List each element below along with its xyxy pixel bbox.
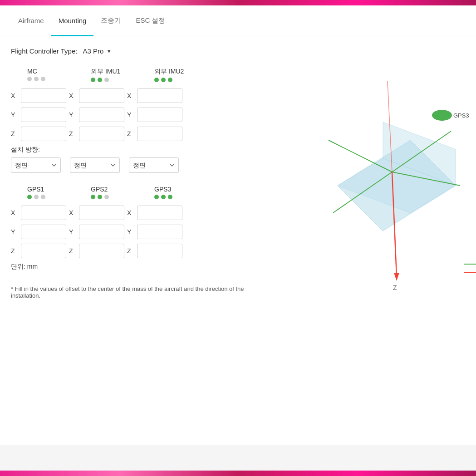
imu2-dot-3 bbox=[168, 78, 172, 82]
gps2-z-input[interactable]: -135 bbox=[79, 244, 124, 258]
fc-value: A3 Pro bbox=[83, 47, 103, 55]
gps3-x-input[interactable]: 135 bbox=[137, 206, 182, 220]
gps1-name: GPS1 bbox=[27, 186, 91, 193]
gps3-header: GPS3 bbox=[154, 186, 218, 204]
legend-green: 녹색 bbox=[464, 260, 476, 268]
gy-label-2: Y bbox=[69, 228, 76, 236]
legend-red-line bbox=[464, 272, 476, 273]
imu2-direction-select[interactable]: 정면 후면 좌면 우면 bbox=[129, 157, 179, 173]
legend-green-line bbox=[464, 264, 476, 265]
fc-label: Flight Controller Type: bbox=[11, 47, 77, 55]
y-label-2: Y bbox=[69, 111, 76, 118]
imu2-z-input[interactable]: -15 bbox=[137, 127, 182, 141]
gps2-header: GPS2 bbox=[91, 186, 154, 204]
y-label-1: Y bbox=[11, 111, 18, 118]
gps1-header: GPS1 bbox=[27, 186, 91, 204]
main-content: Flight Controller Type: A3 Pro ▼ MC 외부 bbox=[0, 36, 476, 445]
mc-dot-2 bbox=[34, 77, 39, 81]
gps2-name: GPS2 bbox=[91, 186, 154, 193]
gz-label-2: Z bbox=[69, 247, 76, 255]
imu1-header: 외부 IMU1 bbox=[91, 68, 154, 87]
mc-name: MC bbox=[27, 68, 91, 75]
gps1-dot-1 bbox=[27, 195, 32, 199]
gps1-dot-2 bbox=[34, 195, 39, 199]
mc-header: MC bbox=[27, 68, 91, 87]
imu1-direction-select[interactable]: 정면 후면 좌면 우면 bbox=[70, 157, 120, 173]
mc-x-input[interactable]: 0 bbox=[21, 88, 66, 103]
imu1-y-input[interactable]: -85 bbox=[79, 108, 124, 122]
z-label-2: Z bbox=[69, 130, 76, 137]
gx-label-3: X bbox=[127, 209, 134, 216]
gps1-dot-3 bbox=[41, 195, 45, 199]
imu1-z-input[interactable]: -15 bbox=[79, 127, 124, 141]
gps3-y-input[interactable]: 0 bbox=[137, 225, 182, 239]
gy-label-1: Y bbox=[11, 228, 18, 236]
tab-airframe[interactable]: Airframe bbox=[11, 5, 51, 36]
gx-label-1: X bbox=[11, 209, 18, 216]
imu2-dot-2 bbox=[161, 78, 166, 82]
x-label-2: X bbox=[69, 92, 76, 99]
x-label-3: X bbox=[127, 92, 134, 99]
imu1-dot-1 bbox=[91, 78, 95, 82]
svg-line-5 bbox=[329, 140, 392, 172]
tab-bar: Airframe Mounting 조종기 ESC 설정 bbox=[0, 5, 476, 36]
gps2-dot-1 bbox=[91, 195, 95, 199]
install-dir-label: 설치 방향: bbox=[11, 146, 247, 154]
imu2-name: 외부 IMU2 bbox=[154, 68, 218, 76]
gps3-dots bbox=[154, 195, 218, 199]
gps2-dots bbox=[91, 195, 154, 199]
gps3-dot-1 bbox=[154, 195, 159, 199]
flight-controller-row: Flight Controller Type: A3 Pro ▼ bbox=[11, 47, 465, 55]
x-label-1: X bbox=[11, 92, 18, 99]
gps1-x-input[interactable]: -60 bbox=[21, 206, 66, 220]
svg-text:GPS3: GPS3 bbox=[453, 112, 469, 119]
svg-point-10 bbox=[432, 110, 452, 121]
gz-label-3: Z bbox=[127, 247, 134, 255]
mc-dot-1 bbox=[27, 77, 32, 81]
imu1-x-input[interactable]: -10 bbox=[79, 88, 124, 103]
imu1-name: 외부 IMU1 bbox=[91, 68, 154, 76]
viz-container: GPS3 Z 녹색 빨간 bbox=[265, 59, 474, 322]
gps1-dots bbox=[27, 195, 91, 199]
gps2-y-input[interactable]: 124 bbox=[79, 225, 124, 239]
z-label-3: Z bbox=[127, 130, 134, 137]
tab-mounting[interactable]: Mounting bbox=[51, 5, 94, 36]
legend-red: 빨간 bbox=[464, 268, 476, 276]
gps2-dot-3 bbox=[104, 195, 109, 199]
z-label-1: Z bbox=[11, 130, 18, 137]
right-panel: GPS3 Z 녹색 빨간 bbox=[247, 68, 465, 322]
tab-esc[interactable]: ESC 설정 bbox=[128, 5, 172, 36]
fc-dropdown-arrow: ▼ bbox=[106, 48, 112, 54]
mc-direction-select[interactable]: 정면 후면 좌면 우면 bbox=[11, 157, 61, 173]
gps3-z-input[interactable]: -135 bbox=[137, 244, 182, 258]
gps2-x-input[interactable]: -60 bbox=[79, 206, 124, 220]
imu2-y-input[interactable]: 86 bbox=[137, 108, 182, 122]
gps3-dot-3 bbox=[168, 195, 172, 199]
imu1-dot-3 bbox=[104, 78, 109, 82]
y-label-3: Y bbox=[127, 111, 134, 118]
gz-label-1: Z bbox=[11, 247, 18, 255]
mc-dot-3 bbox=[41, 77, 45, 81]
svg-text:Z: Z bbox=[393, 284, 397, 291]
imu1-dots bbox=[91, 78, 154, 82]
gy-label-3: Y bbox=[127, 228, 134, 236]
imu1-dot-2 bbox=[98, 78, 102, 82]
mc-dots bbox=[27, 77, 91, 81]
gps1-z-input[interactable]: -135 bbox=[21, 244, 66, 258]
3d-viz: GPS3 Z bbox=[265, 59, 474, 313]
svg-marker-8 bbox=[394, 273, 399, 281]
imu2-dots bbox=[154, 78, 218, 82]
tab-controller[interactable]: 조종기 bbox=[93, 5, 128, 36]
gx-label-2: X bbox=[69, 209, 76, 216]
imu2-x-input[interactable]: -10 bbox=[137, 88, 182, 103]
fc-select[interactable]: A3 Pro ▼ bbox=[83, 47, 112, 55]
left-panel: MC 외부 IMU1 외부 IMU2 bbox=[11, 68, 247, 322]
footnote: * Fill in the values of offset to the ce… bbox=[11, 285, 247, 299]
mc-z-input[interactable]: -15 bbox=[21, 127, 66, 141]
imu2-dot-1 bbox=[154, 78, 159, 82]
legend: 녹색 빨간 bbox=[464, 260, 476, 276]
unit-text: 단위: mm bbox=[11, 263, 247, 271]
mc-y-input[interactable]: 0 bbox=[21, 108, 66, 122]
gps1-y-input[interactable]: -124 bbox=[21, 225, 66, 239]
gps2-dot-2 bbox=[98, 195, 102, 199]
